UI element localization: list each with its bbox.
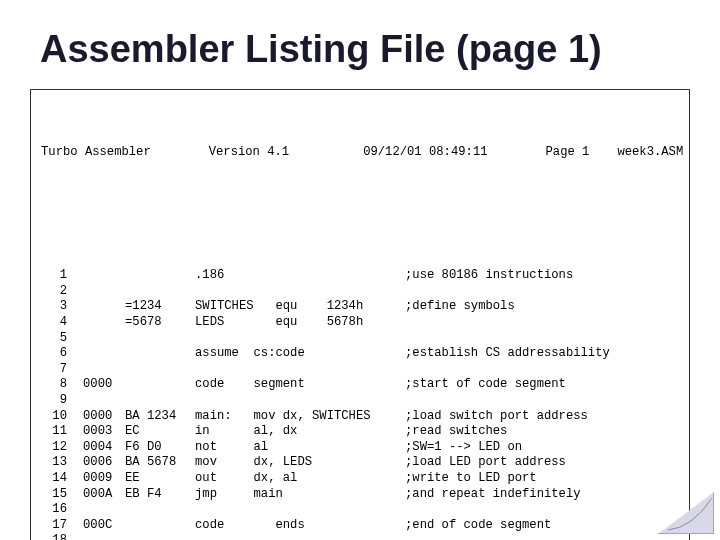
address [71,533,125,540]
line-number: 14 [41,471,71,487]
listing-row: 2 [41,284,679,300]
source [195,284,405,300]
page-title: Assembler Listing File (page 1) [30,28,690,71]
comment [405,502,679,518]
listing-row: 110003ECin al, dx;read switches [41,424,679,440]
object-code [125,377,195,393]
line-number: 5 [41,331,71,347]
address: 0000 [71,409,125,425]
object-code [125,362,195,378]
address: 0006 [71,455,125,471]
object-code [125,502,195,518]
object-code: EE [125,471,195,487]
object-code: EB F4 [125,487,195,503]
address [71,346,125,362]
source [195,533,405,540]
object-code: =1234 [125,299,195,315]
comment [405,315,679,331]
object-code [125,393,195,409]
object-code [125,533,195,540]
line-number: 18 [41,533,71,540]
address: 0004 [71,440,125,456]
listing-row: 9 [41,393,679,409]
listing-row: 80000code segment;start of code segment [41,377,679,393]
line-number: 17 [41,518,71,534]
listing-row: 15000AEB F4jmp main;and repeat indefinit… [41,487,679,503]
line-number: 3 [41,299,71,315]
address [71,502,125,518]
source: jmp main [195,487,405,503]
line-number: 8 [41,377,71,393]
comment: ;load LED port address [405,455,679,471]
object-code: EC [125,424,195,440]
listing-row: 18 [41,533,679,540]
slide: Assembler Listing File (page 1) Turbo As… [0,0,720,540]
address [71,393,125,409]
source [195,393,405,409]
source: assume cs:code [195,346,405,362]
address [71,299,125,315]
listing-box: Turbo Assembler Version 4.1 09/12/01 08:… [30,89,690,540]
line-number: 1 [41,268,71,284]
comment: ;define symbols [405,299,679,315]
listing-row: 16 [41,502,679,518]
line-number: 6 [41,346,71,362]
source [195,362,405,378]
comment: ;start of code segment [405,377,679,393]
address [71,284,125,300]
line-number: 7 [41,362,71,378]
source: out dx, al [195,471,405,487]
line-number: 4 [41,315,71,331]
source: SWITCHES equ 1234h [195,299,405,315]
listing-row: 3=1234SWITCHES equ 1234h;define symbols [41,299,679,315]
object-code: BA 5678 [125,455,195,471]
object-code: BA 1234 [125,409,195,425]
object-code [125,331,195,347]
object-code [125,284,195,300]
comment: ;SW=1 --> LED on [405,440,679,456]
address: 0000 [71,377,125,393]
source: in al, dx [195,424,405,440]
listing-datetime: 09/12/01 08:49:11 [363,145,487,161]
line-number: 12 [41,440,71,456]
source: .186 [195,268,405,284]
source [195,502,405,518]
line-number: 9 [41,393,71,409]
source: LEDS equ 5678h [195,315,405,331]
comment: ;establish CS addressability [405,346,679,362]
address [71,331,125,347]
listing-row: 7 [41,362,679,378]
object-code [125,268,195,284]
comment: ;use 80186 instructions [405,268,679,284]
listing-row: 17000Ccode ends;end of code segment [41,518,679,534]
listing-row: 100000BA 1234main: mov dx, SWITCHES;load… [41,409,679,425]
address [71,268,125,284]
listing-row: 120004F6 D0not al;SW=1 --> LED on [41,440,679,456]
address: 0009 [71,471,125,487]
address: 0003 [71,424,125,440]
comment [405,362,679,378]
comment [405,393,679,409]
listing-row: 4=5678LEDS equ 5678h [41,315,679,331]
object-code: F6 D0 [125,440,195,456]
object-code [125,346,195,362]
comment: ;end of code segment [405,518,679,534]
comment: ;and repeat indefinitely [405,487,679,503]
listing-header: Turbo Assembler Version 4.1 09/12/01 08:… [41,145,679,161]
object-code [125,518,195,534]
source: mov dx, LEDS [195,455,405,471]
listing-page: Page 1 [546,145,590,161]
line-number: 10 [41,409,71,425]
source: not al [195,440,405,456]
line-number: 11 [41,424,71,440]
listing-row: 6assume cs:code;establish CS addressabil… [41,346,679,362]
address [71,362,125,378]
line-number: 16 [41,502,71,518]
address: 000A [71,487,125,503]
listing-row: 130006BA 5678mov dx, LEDS;load LED port … [41,455,679,471]
listing-row: 140009EEout dx, al;write to LED port [41,471,679,487]
listing-rows: 1.186;use 80186 instructions23=1234SWITC… [41,268,679,540]
source: main: mov dx, SWITCHES [195,409,405,425]
line-number: 15 [41,487,71,503]
comment: ;read switches [405,424,679,440]
